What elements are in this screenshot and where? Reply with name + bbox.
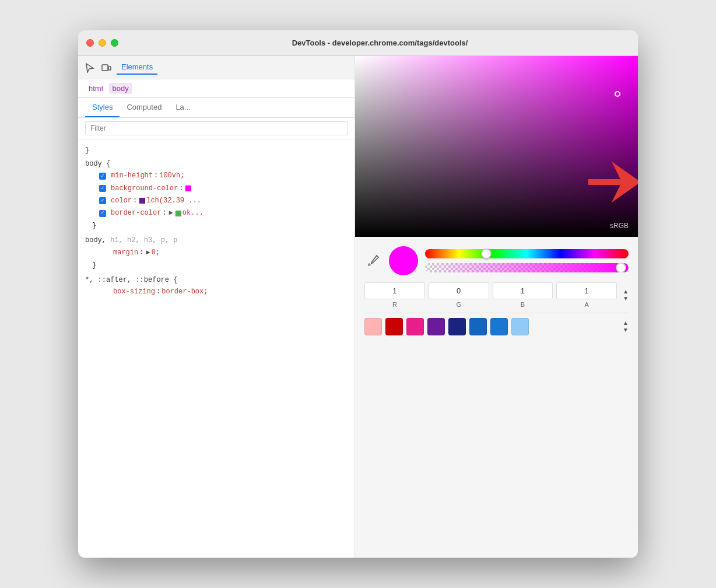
css-checkbox-min-height[interactable] — [99, 173, 106, 180]
css-universal-block: *, ::after, ::before { box-sizing : bord… — [78, 274, 355, 299]
gradient-handle[interactable] — [615, 91, 620, 97]
spinner-up[interactable]: ▲ — [623, 289, 629, 295]
b-label: B — [521, 301, 525, 308]
g-input-group: G — [429, 282, 489, 308]
css-value-box-sizing: border-box; — [162, 286, 208, 298]
css-universal-selector: *, ::after, ::before { — [85, 275, 348, 286]
minimize-button[interactable] — [99, 39, 106, 47]
swatch-hotpink[interactable] — [406, 318, 424, 335]
r-input-group: R — [364, 282, 425, 308]
swatches-scroll-down[interactable]: ▼ — [623, 327, 629, 333]
css-prev-close: } — [78, 144, 355, 158]
swatches-scroll: ▲ ▼ — [623, 320, 629, 333]
main-content: Elements html body Styles Computed La... — [78, 56, 638, 558]
swatch-purple[interactable] — [427, 318, 445, 335]
devtools-panel: Elements html body Styles Computed La... — [78, 56, 355, 558]
b-input-group: B — [493, 282, 553, 308]
g-input[interactable] — [429, 282, 489, 299]
cursor-icon[interactable] — [84, 62, 96, 74]
css-body-h-selector: body, h1, h2, h3, p, p — [85, 235, 348, 246]
annotation-arrow — [588, 162, 638, 205]
css-body-block: body { min-height : 100vh; background-co… — [78, 158, 355, 234]
swatch-red[interactable] — [385, 318, 403, 335]
b-input[interactable] — [493, 282, 553, 299]
tab-layout[interactable]: La... — [169, 98, 197, 117]
css-content: } body { min-height : 100vh; ba — [78, 139, 355, 558]
titlebar: DevTools - developer.chrome.com/tags/dev… — [78, 30, 638, 56]
eyedropper-button[interactable] — [364, 252, 382, 270]
device-icon[interactable] — [100, 62, 112, 74]
css-prop-color: color — [111, 195, 132, 206]
hue-slider[interactable] — [425, 249, 629, 258]
css-prop-bg-color: background-color — [111, 183, 178, 194]
swatches-row: ▲ ▼ — [364, 313, 629, 340]
swatch-lightblue[interactable] — [511, 318, 529, 335]
css-body-h-block: body, h1, h2, h3, p, p margin : ▶ 0; } — [78, 234, 355, 274]
breadcrumb-body[interactable]: body — [109, 83, 132, 94]
hue-thumb[interactable] — [481, 249, 492, 259]
filter-input[interactable] — [85, 121, 348, 135]
css-checkbox-color[interactable] — [99, 197, 106, 204]
css-checkbox-bg-color[interactable] — [99, 185, 106, 192]
css-rule-box-sizing: box-sizing : border-box; — [85, 286, 348, 298]
css-rule-min-height: min-height : 100vh; — [85, 170, 348, 182]
swatch-pink[interactable] — [364, 318, 382, 335]
breadcrumb: html body — [78, 79, 355, 98]
color-picker-panel: sRGB — [355, 56, 638, 558]
window-title: DevTools - developer.chrome.com/tags/dev… — [130, 38, 630, 47]
alpha-slider[interactable] — [425, 263, 629, 272]
tabs-bar: Styles Computed La... — [78, 98, 355, 118]
spinner-down[interactable]: ▼ — [623, 296, 629, 302]
tab-computed[interactable]: Computed — [120, 98, 169, 117]
g-label: G — [456, 301, 461, 308]
color-swatch-green[interactable] — [176, 211, 181, 216]
css-value-margin: 0; — [152, 247, 160, 258]
breadcrumb-html[interactable]: html — [85, 83, 107, 94]
css-checkbox-border-color[interactable] — [99, 210, 106, 217]
alpha-thumb[interactable] — [616, 263, 626, 272]
tab-styles[interactable]: Styles — [85, 98, 120, 117]
css-rule-margin: margin : ▶ 0; — [85, 247, 348, 259]
browser-window: DevTools - developer.chrome.com/tags/dev… — [78, 30, 638, 558]
color-swatch-purple[interactable] — [139, 198, 145, 204]
swatch-blue1[interactable] — [469, 318, 487, 335]
css-value-border-color: ok... — [182, 208, 203, 219]
gradient-background — [355, 56, 638, 237]
svg-rect-0 — [102, 65, 108, 71]
r-input[interactable] — [364, 282, 425, 299]
filter-bar — [78, 118, 355, 139]
css-body-h-close: } — [85, 259, 348, 272]
rgba-inputs: R G B A ▲ ▼ — [364, 282, 629, 308]
swatch-darkblue[interactable] — [448, 318, 466, 335]
srgb-label: sRGB — [610, 222, 629, 230]
svg-marker-2 — [588, 162, 638, 202]
alpha-gradient — [425, 263, 629, 272]
a-input[interactable] — [556, 282, 617, 299]
css-prop-margin: margin — [113, 247, 138, 258]
css-rule-color: color : lch(32.39 ... — [85, 195, 348, 207]
css-value-min-height: 100vh; — [159, 170, 184, 181]
swatches-scroll-up[interactable]: ▲ — [623, 320, 629, 326]
css-body-close: } — [85, 219, 348, 233]
picker-main-row — [364, 246, 629, 275]
css-close-brace: } — [85, 146, 89, 155]
traffic-lights — [86, 39, 118, 47]
a-input-group: A — [556, 282, 617, 308]
selector-text: body, h1, h2, h3, p, p — [85, 236, 177, 244]
css-value-color: lch(32.39 ... — [146, 195, 201, 206]
rgba-spinners: ▲ ▼ — [623, 289, 629, 302]
r-label: R — [392, 301, 397, 308]
close-button[interactable] — [86, 39, 94, 47]
maximize-button[interactable] — [111, 39, 118, 47]
elements-tab[interactable]: Elements — [117, 60, 157, 75]
swatch-blue2[interactable] — [490, 318, 508, 335]
sliders-container — [425, 249, 629, 272]
color-preview — [389, 246, 418, 275]
color-swatch-magenta[interactable] — [185, 186, 191, 191]
devtools-toolbar: Elements — [78, 56, 355, 79]
arrow-icon-margin[interactable]: ▶ — [146, 247, 150, 258]
css-prop-border-color: border-color — [111, 208, 161, 219]
gradient-canvas[interactable]: sRGB — [355, 56, 638, 237]
arrow-icon-border[interactable]: ▶ — [169, 208, 173, 219]
css-rule-border-color: border-color : ▶ ok... — [85, 207, 348, 219]
